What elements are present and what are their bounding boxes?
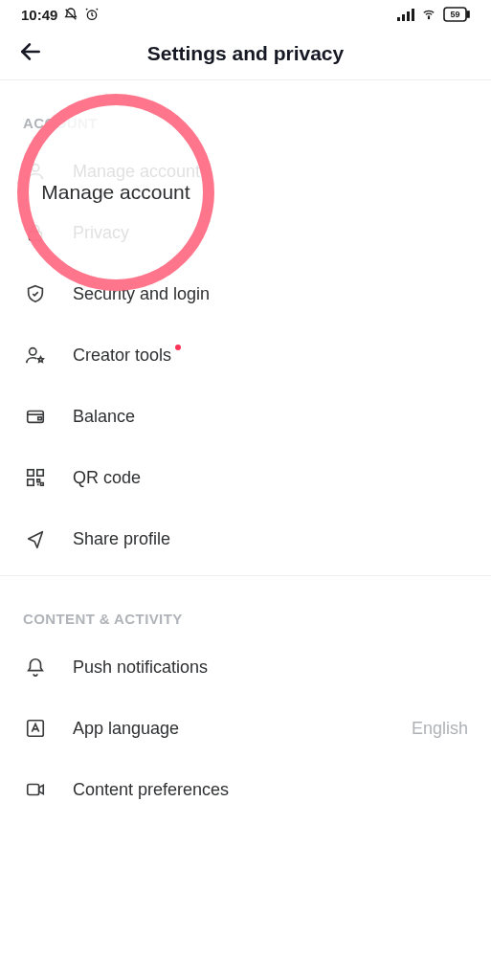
share-icon <box>23 526 48 551</box>
settings-list: ACCOUNT Manage account Privacy Security … <box>0 80 491 820</box>
svg-rect-11 <box>30 232 42 240</box>
signal-icon <box>397 8 414 21</box>
row-manage-account[interactable]: Manage account <box>0 141 491 202</box>
battery-text: 59 <box>443 7 467 22</box>
row-creator-tools[interactable]: Creator tools <box>0 324 491 386</box>
row-qr-code[interactable]: QR code <box>0 447 491 508</box>
row-balance[interactable]: Balance <box>0 386 491 447</box>
svg-rect-15 <box>28 470 33 476</box>
shield-icon <box>23 281 48 306</box>
svg-rect-16 <box>37 470 43 476</box>
section-label-account: ACCOUNT <box>0 80 491 141</box>
svg-rect-14 <box>38 417 42 420</box>
row-label: Security and login <box>73 284 210 304</box>
svg-rect-2 <box>397 17 400 21</box>
battery-icon: 59 <box>443 7 470 22</box>
row-push-notifications[interactable]: Push notifications <box>0 636 491 698</box>
svg-rect-5 <box>412 9 414 21</box>
svg-rect-3 <box>402 14 405 21</box>
row-label: Content preferences <box>73 780 229 800</box>
row-label: Privacy <box>73 223 129 243</box>
svg-point-12 <box>30 348 36 355</box>
row-content-preferences[interactable]: Content preferences <box>0 759 491 820</box>
row-security[interactable]: Security and login <box>0 263 491 324</box>
row-app-language[interactable]: App language English <box>0 698 491 759</box>
dnd-icon <box>63 7 78 22</box>
bell-icon <box>23 655 48 679</box>
back-button[interactable] <box>15 38 46 69</box>
row-label: QR code <box>73 468 141 488</box>
app-header: Settings and privacy <box>0 27 491 80</box>
language-icon <box>23 716 48 741</box>
status-time: 10:49 <box>21 7 57 23</box>
row-label: Manage account <box>73 162 200 182</box>
new-badge-dot <box>175 345 181 350</box>
wifi-icon <box>420 8 437 21</box>
row-share-profile[interactable]: Share profile <box>0 508 491 569</box>
svg-rect-8 <box>467 11 469 17</box>
person-icon <box>23 159 48 184</box>
row-label: App language <box>73 719 179 739</box>
svg-rect-17 <box>28 479 33 485</box>
person-star-icon <box>23 343 48 368</box>
svg-point-6 <box>428 18 429 19</box>
svg-point-10 <box>32 165 38 171</box>
row-privacy[interactable]: Privacy <box>0 202 491 263</box>
row-label: Creator tools <box>73 345 171 366</box>
status-bar: 10:49 <box>0 0 491 27</box>
row-label: Share profile <box>73 529 170 549</box>
alarm-icon <box>84 7 100 22</box>
qr-icon <box>23 465 48 490</box>
svg-rect-4 <box>407 11 410 21</box>
video-icon <box>23 777 48 802</box>
svg-rect-19 <box>28 785 39 795</box>
wallet-icon <box>23 404 48 429</box>
section-label-content: CONTENT & ACTIVITY <box>0 576 491 636</box>
row-label: Balance <box>73 407 135 427</box>
row-value: English <box>412 719 468 739</box>
page-title: Settings and privacy <box>46 42 445 65</box>
row-label: Push notifications <box>73 657 208 678</box>
lock-icon <box>23 220 48 245</box>
back-arrow-icon <box>18 39 43 67</box>
